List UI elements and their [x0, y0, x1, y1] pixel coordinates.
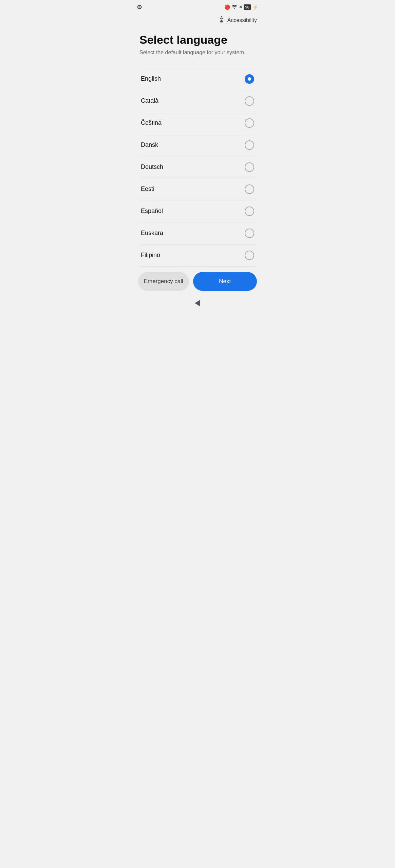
language-name: English: [141, 75, 161, 82]
language-item[interactable]: Dansk: [139, 134, 256, 156]
language-name: Čeština: [141, 119, 162, 126]
nav-bar: [131, 296, 264, 311]
main-content: Select language Select the default langu…: [131, 26, 264, 267]
radio-button[interactable]: [245, 206, 254, 216]
language-item[interactable]: Español: [139, 200, 256, 222]
language-name: Català: [141, 97, 158, 104]
accessibility-label: Accessibility: [227, 17, 257, 23]
language-item[interactable]: English: [139, 68, 256, 90]
page-subtitle: Select the default language for your sys…: [139, 50, 256, 56]
bluetooth-icon: 🔴: [224, 4, 230, 10]
language-name: Eesti: [141, 185, 154, 193]
radio-button[interactable]: [245, 251, 254, 260]
language-name: Español: [141, 208, 163, 215]
accessibility-icon: [218, 16, 225, 25]
x-icon: ✕: [239, 5, 242, 9]
gear-icon: ⚙: [137, 3, 142, 11]
radio-button[interactable]: [245, 96, 254, 106]
radio-button[interactable]: [245, 162, 254, 172]
language-item[interactable]: Català: [139, 90, 256, 112]
language-name: Filipino: [141, 252, 160, 259]
language-item[interactable]: Čeština: [139, 112, 256, 134]
radio-button[interactable]: [245, 118, 254, 128]
next-button[interactable]: Next: [193, 272, 257, 291]
svg-point-0: [221, 16, 222, 18]
page-title: Select language: [139, 33, 256, 47]
status-bar-right: 🔴 ✕ 96 ⚡: [224, 4, 258, 10]
language-list: EnglishCatalàČeštinaDanskDeutschEestiEsp…: [139, 68, 256, 267]
language-name: Dansk: [141, 141, 158, 149]
language-item[interactable]: Filipino: [139, 244, 256, 267]
language-item[interactable]: Deutsch: [139, 156, 256, 178]
status-bar: ⚙ 🔴 ✕ 96 ⚡: [131, 0, 264, 13]
accessibility-row[interactable]: Accessibility: [131, 13, 264, 26]
charging-icon: ⚡: [252, 4, 258, 10]
radio-button[interactable]: [245, 74, 254, 84]
bottom-bar: Emergency call Next: [131, 267, 264, 296]
language-item[interactable]: Eesti: [139, 178, 256, 200]
emergency-call-button[interactable]: Emergency call: [138, 272, 189, 291]
status-bar-left: ⚙: [137, 3, 142, 11]
radio-button[interactable]: [245, 229, 254, 238]
back-button[interactable]: [195, 300, 200, 307]
battery-level: 96: [244, 4, 251, 10]
wifi-icon: [231, 4, 238, 10]
radio-button[interactable]: [245, 184, 254, 194]
radio-button[interactable]: [245, 140, 254, 150]
language-name: Euskara: [141, 230, 163, 237]
language-item[interactable]: Euskara: [139, 222, 256, 244]
language-name: Deutsch: [141, 163, 163, 171]
